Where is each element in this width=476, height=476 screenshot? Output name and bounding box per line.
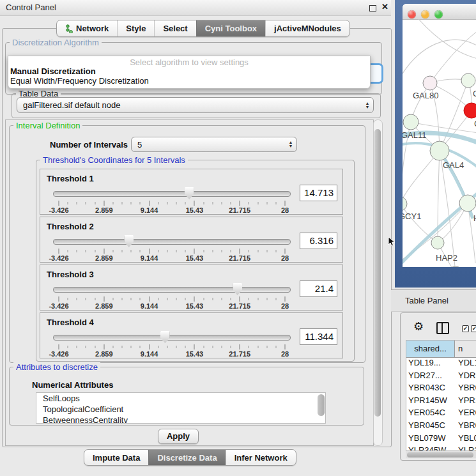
- tab-style[interactable]: Style: [117, 20, 154, 36]
- tick-mark: [285, 249, 286, 254]
- tab-discretize-data[interactable]: Discretize Data: [148, 450, 225, 465]
- tick-label: 2.859: [95, 254, 113, 262]
- threshold-slider[interactable]: -3.4262.8599.14415.4321.71528: [53, 235, 291, 261]
- tick-mark: [149, 344, 150, 349]
- close-icon[interactable]: ✕: [381, 2, 388, 12]
- mac-minimize-button[interactable]: [421, 10, 429, 19]
- numerical-attributes-label: Numerical Attributes: [32, 380, 113, 390]
- tick-mark: [257, 250, 258, 252]
- checkbox-icon-2[interactable]: ✓: [471, 325, 476, 332]
- threshold-slider[interactable]: -3.4262.8599.14415.4321.71528: [53, 187, 291, 213]
- gear-icon[interactable]: ⚙: [413, 321, 424, 332]
- column-header-1[interactable]: shared...: [406, 341, 455, 357]
- slider-ticks: [59, 344, 285, 350]
- table-row[interactable]: YBR043CYBR0: [406, 383, 476, 395]
- numerical-attributes-list[interactable]: SelfLoopsTopologicalCoefficientBetweenne…: [36, 392, 326, 424]
- slider-area: [59, 235, 285, 248]
- network-edge[interactable]: [403, 40, 476, 80]
- table-row[interactable]: YER054CYER0: [406, 408, 476, 420]
- network-node[interactable]: [447, 266, 464, 267]
- tab-infer-network[interactable]: Infer Network: [226, 450, 296, 465]
- table-row[interactable]: YBR045CYBR0: [406, 420, 476, 433]
- checkbox-icon-1[interactable]: ✓: [462, 325, 469, 332]
- slider-thumb[interactable]: [160, 331, 170, 343]
- table-row[interactable]: YBL079WYBL0: [406, 433, 476, 446]
- table-data-combobox[interactable]: galFiltered.sif default node ▲▼: [17, 97, 374, 113]
- popup-option[interactable]: Manual Discretization: [10, 66, 96, 76]
- attribute-item[interactable]: SelfLoops: [36, 393, 325, 404]
- network-window-titlebar[interactable]: [403, 4, 476, 20]
- settings-scrollbar-thumb[interactable]: [374, 129, 381, 417]
- table-row[interactable]: YDL19...YDL1: [406, 358, 476, 371]
- threshold-value-field[interactable]: 11.344: [300, 328, 337, 345]
- slider-thumb[interactable]: [124, 235, 134, 247]
- network-node-hap2[interactable]: [431, 236, 444, 249]
- tab-impute-data[interactable]: Impute Data: [84, 450, 148, 465]
- attributes-group-title: Attributes to discretize: [13, 362, 100, 372]
- tab-select[interactable]: Select: [154, 20, 196, 36]
- mac-zoom-button[interactable]: [434, 10, 443, 19]
- tab-jactivemnodules[interactable]: jActiveMNodules: [265, 20, 349, 36]
- network-node-gal4[interactable]: [430, 141, 449, 160]
- network-edge[interactable]: [415, 19, 476, 59]
- slider-tick-labels: -3.4262.8599.14415.4321.71528: [59, 254, 285, 262]
- tab-network[interactable]: Network: [57, 20, 117, 36]
- network-node-ga[interactable]: [461, 73, 475, 88]
- control-panel-titlebar: [0, 0, 391, 16]
- tick-mark: [249, 250, 249, 252]
- split-columns-icon[interactable]: [436, 322, 449, 334]
- slider-ticks: [59, 201, 285, 206]
- network-node-gal80[interactable]: [423, 76, 437, 90]
- tick-mark: [149, 201, 150, 206]
- cell-shared-name: YBL079W: [406, 433, 455, 446]
- attribute-item[interactable]: BetweennessCentrality: [36, 415, 325, 424]
- slider-area: [59, 331, 285, 344]
- float-window-icon[interactable]: [369, 5, 376, 12]
- apply-button[interactable]: Apply: [158, 429, 199, 444]
- tick-mark: [77, 346, 77, 348]
- table-hscrollbar-thumb[interactable]: [407, 452, 473, 457]
- tab-cyni-toolbox[interactable]: Cyni Toolbox: [196, 20, 265, 36]
- threshold-slider[interactable]: -3.4262.8599.14415.4321.71528: [53, 331, 291, 357]
- network-node-label: HAP2: [436, 253, 457, 263]
- tick-mark: [68, 298, 68, 300]
- network-node-gcy1[interactable]: [403, 197, 407, 211]
- network-node-c[interactable]: [464, 103, 476, 118]
- popup-option[interactable]: Equal Width/Frequency Discretization: [10, 76, 149, 86]
- network-node-h[interactable]: [459, 195, 476, 211]
- column-header-2[interactable]: n: [455, 341, 476, 357]
- attributes-list-scrollbar-thumb[interactable]: [318, 394, 325, 416]
- threshold-slider[interactable]: -3.4262.8599.14415.4321.71528: [53, 283, 291, 309]
- tick-mark: [203, 298, 204, 300]
- tick-mark: [158, 346, 158, 348]
- table-row[interactable]: YDR27...YDR2: [406, 371, 476, 383]
- network-node-gal11[interactable]: [403, 114, 418, 130]
- tick-mark: [59, 344, 59, 349]
- node-table[interactable]: shared...n YDL19...YDL1YDR27...YDR2YBR04…: [406, 340, 476, 451]
- cell-name: YPR1: [455, 395, 476, 408]
- tick-mark: [240, 296, 240, 302]
- tick-mark: [167, 346, 167, 348]
- tick-mark: [275, 346, 276, 348]
- cell-name: YBR0: [455, 383, 476, 395]
- tab-label: Impute Data: [93, 453, 140, 463]
- tick-mark: [112, 298, 113, 300]
- tick-label: 28: [281, 350, 289, 358]
- threshold-value-field[interactable]: 6.316: [300, 233, 337, 249]
- attribute-item[interactable]: TopologicalCoefficient: [36, 404, 325, 415]
- threshold-label: Threshold 2: [47, 222, 94, 231]
- tick-label: 2.859: [95, 206, 113, 214]
- network-canvas[interactable]: GAL80GACGAL11GAL4GCY1HHAP2: [403, 19, 476, 267]
- threshold-value-field[interactable]: 14.713: [300, 185, 337, 201]
- threshold-label: Threshold 4: [47, 318, 94, 327]
- slider-ticks: [59, 296, 285, 302]
- mac-close-button[interactable]: [408, 10, 416, 19]
- number-of-intervals-spinner[interactable]: 5 ▲▼: [131, 137, 297, 152]
- table-row[interactable]: YPR145WYPR1: [406, 395, 476, 408]
- threshold-value-field[interactable]: 21.4: [300, 280, 337, 297]
- slider-thumb[interactable]: [185, 187, 194, 199]
- table-hscrollbar[interactable]: [406, 450, 476, 458]
- thresholds-group-title: Threshold's Coordinates for 5 Intervals: [40, 155, 188, 165]
- slider-thumb[interactable]: [233, 283, 242, 295]
- tick-mark: [112, 250, 113, 252]
